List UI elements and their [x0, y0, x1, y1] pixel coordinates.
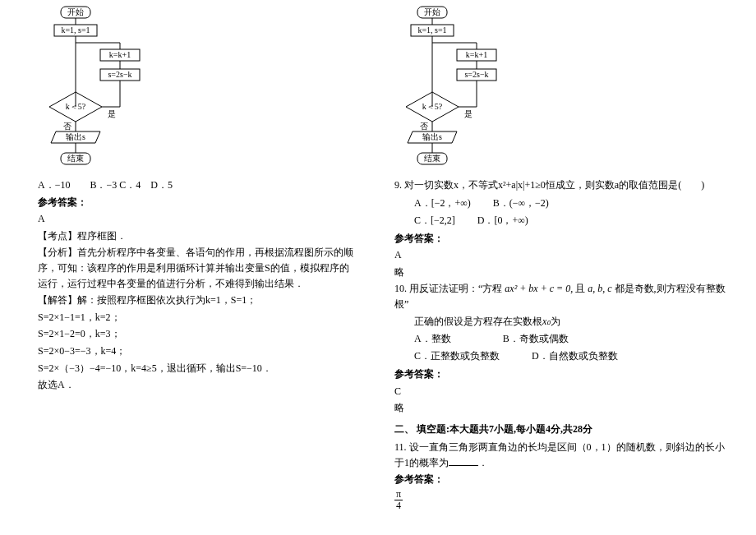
svg-text:k＜5?: k＜5?	[422, 102, 443, 111]
q10-eq: ax² + bx + c = 0,	[505, 283, 573, 294]
q-options: A．−10 B．−3 C．4 D．5	[38, 178, 355, 193]
section-2-title: 二、 填空题:本大题共7小题,每小题4分,共28分	[394, 422, 733, 436]
q10-assume-tail: 为	[551, 316, 560, 327]
svg-text:开始: 开始	[67, 7, 84, 16]
answer-label: 参考答案：	[38, 195, 355, 210]
q9-options-2: C．[−2,2] D．[0，+∞)	[414, 214, 733, 228]
svg-text:k=1, s=1: k=1, s=1	[61, 25, 90, 35]
step-4: S=2×（−3）−4=−10，k=4≥5，退出循环，输出S=−10．	[38, 361, 355, 376]
step-1: S=2×1−1=1，k=2；	[38, 310, 355, 325]
flowchart-svg: 开始 k=1, s=1 k=k+1 s=2s−k k＜5? 是 否 输出s 结束	[394, 3, 518, 176]
svg-text:开始: 开始	[424, 7, 440, 16]
flowchart-left: 开始 k=1, s=1 k=k+1 s=2s−k k＜5? 是 否 输出s 结束	[38, 3, 355, 176]
left-column: 开始 k=1, s=1 k=k+1 s=2s−k k＜5? 是 否 输出s 结束…	[0, 0, 378, 535]
q9-answer: A	[394, 247, 733, 263]
q10-note: 略	[394, 400, 733, 416]
fraction: π 4	[394, 489, 403, 511]
page: 开始 k=1, s=1 k=k+1 s=2s−k k＜5? 是 否 输出s 结束…	[0, 0, 756, 535]
flowchart-svg: 开始 k=1, s=1 k=k+1 s=2s−k k＜5? 是 否 输出s 结束	[38, 3, 161, 176]
q10-a: A．整数	[414, 333, 451, 344]
svg-text:否: 否	[420, 122, 428, 131]
svg-text:结束: 结束	[67, 154, 84, 163]
svg-text:k＜5?: k＜5?	[66, 102, 86, 111]
q10-options: A．整数 B．奇数或偶数	[414, 332, 733, 346]
q9-a: A．[−2，+∞)	[414, 197, 471, 209]
denominator: 4	[394, 500, 403, 511]
q10-pre: 10. 用反证法证明：“方程	[394, 283, 505, 294]
q10-stem: 10. 用反证法证明：“方程 ax² + bx + c = 0, 且 a, b,…	[394, 281, 733, 311]
q10-options-2: C．正整数或负整数 D．自然数或负整数	[414, 349, 733, 363]
q11-answer: π 4	[394, 489, 733, 511]
svg-text:是: 是	[108, 109, 116, 118]
flowchart-right: 开始 k=1, s=1 k=k+1 s=2s−k k＜5? 是 否 输出s 结束	[394, 3, 733, 176]
fenxi: 【分析】首先分析程序中各变量、各语句的作用，再根据流程图所示的顺序，可知：该程序…	[38, 245, 355, 291]
svg-text:k=k+1: k=k+1	[466, 50, 487, 59]
q10-mid: 且	[573, 283, 588, 294]
answer-label: 参考答案：	[394, 472, 733, 487]
svg-text:s=2s−k: s=2s−k	[108, 70, 131, 79]
q9-d: D．[0，+∞)	[477, 214, 528, 226]
q11-tail: ．	[478, 457, 488, 468]
blank	[449, 457, 478, 466]
kaodian: 【考点】程序框图．	[38, 228, 355, 244]
numerator: π	[394, 489, 403, 500]
svg-text:k=k+1: k=k+1	[109, 50, 131, 59]
right-column: 开始 k=1, s=1 k=k+1 s=2s−k k＜5? 是 否 输出s 结束…	[378, 0, 756, 535]
svg-text:否: 否	[63, 122, 71, 131]
fx-text: 首先分析程序中各变量、各语句的作用，再根据流程图所示的顺序，可知：该程序的作用是…	[38, 247, 353, 288]
q9-stem: 9. 对一切实数x，不等式x²+a|x|+1≥0恒成立，则实数a的取值范围是( …	[394, 178, 733, 193]
q11-text: 11. 设一直角三角形两直角边的长均是区间（0，1）的随机数，则斜边的长小于1的…	[394, 441, 725, 468]
kd-text: 程序框图．	[77, 230, 127, 242]
svg-text:是: 是	[464, 109, 472, 118]
q10-x0: x₀	[542, 316, 551, 327]
step-5: 故选A．	[38, 377, 355, 393]
kd-label: 【考点】	[38, 230, 77, 242]
jd-text: 解：按照程序框图依次执行为k=1，S=1；	[77, 294, 256, 306]
svg-text:k=1, s=1: k=1, s=1	[417, 25, 446, 35]
step-3: S=2×0−3=−3，k=4；	[38, 344, 355, 359]
q10-assume-text: 正确的假设是方程存在实数根	[414, 316, 542, 327]
step-2: S=2×1−2=0，k=3；	[38, 326, 355, 342]
q10-assume: 正确的假设是方程存在实数根x₀为	[394, 314, 733, 330]
q9-c: C．[−2,2]	[414, 214, 455, 226]
q10-d: D．自然数或负整数	[532, 350, 618, 362]
answer-label: 参考答案：	[394, 367, 733, 382]
q9-note: 略	[394, 265, 733, 280]
q9-options: A．[−2，+∞) B．(−∞，−2)	[414, 196, 733, 210]
q11-stem: 11. 设一直角三角形两直角边的长均是区间（0，1）的随机数，则斜边的长小于1的…	[394, 440, 733, 470]
q10-c: C．正整数或负整数	[414, 350, 500, 362]
svg-text:s=2s−k: s=2s−k	[464, 70, 488, 79]
answer-value: A	[38, 211, 355, 227]
svg-text:结束: 结束	[424, 154, 440, 163]
svg-text:输出s: 输出s	[66, 132, 85, 141]
fx-label: 【分析】	[38, 247, 77, 258]
q10-b: B．奇数或偶数	[503, 333, 569, 344]
q9-b: B．(−∞，−2)	[493, 197, 549, 209]
jieda: 【解答】解：按照程序框图依次执行为k=1，S=1；	[38, 293, 355, 308]
svg-text:输出s: 输出s	[422, 132, 442, 141]
jd-label: 【解答】	[38, 294, 77, 306]
q10-answer: C	[394, 384, 733, 399]
answer-label: 参考答案：	[394, 231, 733, 247]
q10-abc: a, b, c	[588, 283, 611, 294]
